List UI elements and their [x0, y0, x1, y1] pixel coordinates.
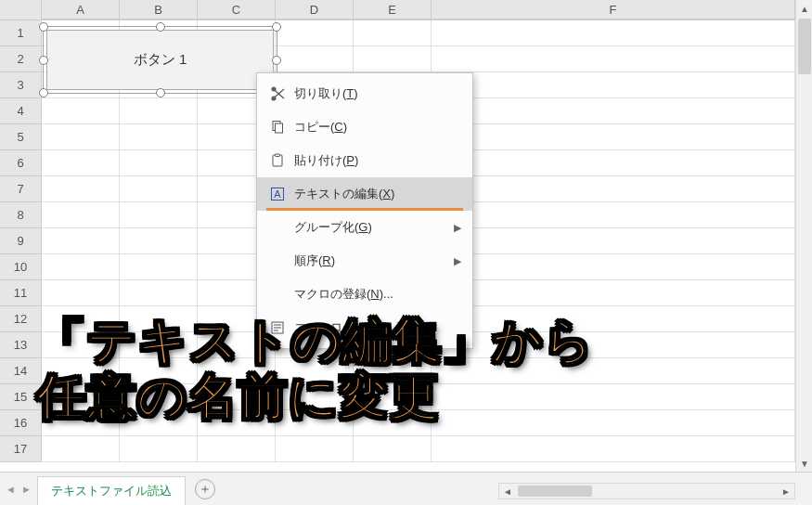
row-header[interactable]: 12 — [0, 306, 42, 332]
context-menu-item[interactable]: 切り取り(T) — [257, 77, 472, 110]
context-menu-item[interactable]: グループ化(G)▶ — [257, 211, 472, 244]
row-header[interactable]: 7 — [0, 176, 42, 202]
column-header[interactable]: E — [354, 0, 432, 19]
sheet-tab-label: テキストファイル読込 — [51, 484, 172, 498]
chevron-right-icon: ▶ — [454, 255, 461, 267]
annotation-text: 「テキストの編集」から 任意の名前に変更 — [37, 314, 595, 425]
horizontal-scroll-track[interactable] — [516, 484, 778, 499]
cell[interactable] — [120, 124, 198, 150]
row-header[interactable]: 14 — [0, 358, 42, 384]
row-header[interactable]: 16 — [0, 410, 42, 436]
context-menu-item[interactable]: コピー(C) — [257, 110, 472, 144]
cell[interactable] — [432, 436, 795, 462]
cell[interactable] — [432, 72, 795, 98]
cell[interactable] — [120, 436, 198, 462]
context-menu-item[interactable]: Aテキストの編集(X) — [257, 177, 472, 211]
horizontal-scroll-thumb[interactable] — [518, 486, 592, 497]
sheet-nav-next-icon[interactable]: ► — [21, 484, 32, 495]
column-header[interactable]: A — [42, 0, 120, 19]
cell[interactable] — [120, 254, 198, 280]
svg-text:A: A — [274, 188, 281, 200]
column-header[interactable]: B — [120, 0, 198, 19]
sheet-tab-active[interactable]: テキストファイル読込 — [37, 476, 186, 505]
cell[interactable] — [42, 436, 120, 462]
chevron-right-icon: ▶ — [454, 222, 461, 234]
cell[interactable] — [432, 150, 795, 176]
sheet-nav[interactable]: ◄ ► — [0, 484, 37, 495]
cell[interactable] — [120, 98, 198, 124]
column-header[interactable]: C — [198, 0, 276, 19]
horizontal-scrollbar[interactable]: ◄ ► — [498, 483, 795, 499]
cell[interactable] — [42, 176, 120, 202]
cell[interactable] — [120, 202, 198, 228]
cell[interactable] — [276, 20, 354, 46]
scroll-right-arrow[interactable]: ► — [778, 484, 794, 499]
cell[interactable] — [432, 228, 795, 254]
cell[interactable] — [42, 228, 120, 254]
row-header[interactable]: 15 — [0, 384, 42, 410]
context-menu-item[interactable]: 貼り付け(P) — [257, 144, 472, 177]
row-header[interactable]: 5 — [0, 124, 42, 150]
cell[interactable] — [42, 98, 120, 124]
context-menu-label: マクロの登録(N)... — [289, 286, 461, 303]
cell[interactable] — [354, 436, 432, 462]
svg-rect-1 — [276, 123, 283, 133]
cell[interactable] — [120, 280, 198, 306]
vertical-scrollbar[interactable]: ▲ ▼ — [795, 0, 812, 472]
row-header[interactable]: 4 — [0, 98, 42, 124]
row-header[interactable]: 6 — [0, 150, 42, 176]
cell[interactable] — [432, 20, 795, 46]
cell[interactable] — [120, 228, 198, 254]
cell[interactable] — [432, 202, 795, 228]
row-header[interactable]: 9 — [0, 228, 42, 254]
context-menu-item[interactable]: マクロの登録(N)... — [257, 278, 472, 311]
cell[interactable] — [432, 124, 795, 150]
select-all-corner[interactable] — [0, 0, 42, 20]
sheet-nav-prev-icon[interactable]: ◄ — [6, 484, 16, 495]
cell[interactable] — [120, 176, 198, 202]
cell[interactable] — [432, 254, 795, 280]
svg-rect-3 — [276, 154, 280, 157]
cut-icon — [266, 86, 289, 101]
add-sheet-button[interactable]: ＋ — [195, 479, 215, 499]
cell[interactable] — [120, 150, 198, 176]
cell[interactable] — [42, 280, 120, 306]
column-headers: ABCDEF — [0, 0, 795, 20]
cell[interactable] — [276, 436, 354, 462]
cell[interactable] — [42, 202, 120, 228]
context-menu-item[interactable]: 順序(R)▶ — [257, 244, 472, 278]
sheet-tab-bar: ◄ ► テキストファイル読込 ＋ ◄ ► — [0, 472, 812, 505]
cell[interactable] — [432, 176, 795, 202]
cell[interactable] — [42, 150, 120, 176]
row-headers: 1234567891011121314151617 — [0, 20, 42, 462]
row-header[interactable]: 11 — [0, 280, 42, 306]
form-button[interactable]: ボタン 1 — [46, 30, 274, 90]
cell[interactable] — [432, 98, 795, 124]
column-header[interactable]: F — [432, 0, 795, 19]
row-header[interactable]: 1 — [0, 20, 42, 46]
context-menu-label: 切り取り(T) — [289, 85, 461, 102]
cell[interactable] — [276, 46, 354, 72]
column-header[interactable]: D — [276, 0, 354, 19]
cell[interactable] — [432, 46, 795, 72]
row-header[interactable]: 3 — [0, 72, 42, 98]
cell[interactable] — [432, 280, 795, 306]
cell[interactable] — [42, 254, 120, 280]
row-header[interactable]: 13 — [0, 332, 42, 358]
row-header[interactable]: 8 — [0, 202, 42, 228]
cell[interactable] — [354, 20, 432, 46]
textedit-icon: A — [266, 187, 289, 201]
cell[interactable] — [354, 46, 432, 72]
context-menu-label: 貼り付け(P) — [289, 152, 461, 169]
cell[interactable] — [42, 124, 120, 150]
row-header[interactable]: 17 — [0, 436, 42, 462]
scroll-left-arrow[interactable]: ◄ — [499, 484, 516, 499]
row-header[interactable]: 10 — [0, 254, 42, 280]
context-menu-label: グループ化(G) — [289, 219, 454, 236]
vertical-scroll-thumb[interactable] — [798, 19, 811, 74]
cell[interactable] — [198, 436, 276, 462]
context-menu-label: 順序(R) — [289, 252, 454, 269]
scroll-down-arrow[interactable]: ▼ — [796, 455, 812, 472]
row-header[interactable]: 2 — [0, 46, 42, 72]
scroll-up-arrow[interactable]: ▲ — [796, 0, 812, 17]
